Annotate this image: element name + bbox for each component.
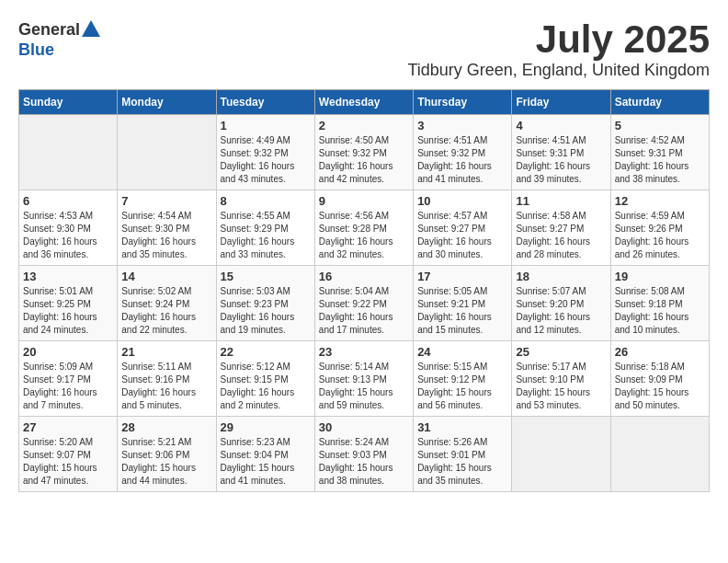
day-info: Sunrise: 5:03 AM Sunset: 9:23 PM Dayligh…: [221, 285, 311, 337]
day-info: Sunrise: 5:04 AM Sunset: 9:22 PM Dayligh…: [319, 285, 409, 337]
day-info: Sunrise: 4:49 AM Sunset: 9:32 PM Dayligh…: [221, 134, 311, 186]
page-header: General Blue July 2025 Tidbury Green, En…: [18, 18, 710, 80]
calendar-cell: 13Sunrise: 5:01 AM Sunset: 9:25 PM Dayli…: [19, 266, 118, 341]
day-number: 15: [221, 270, 311, 283]
calendar-cell: 12Sunrise: 4:59 AM Sunset: 9:26 PM Dayli…: [610, 190, 709, 266]
day-info: Sunrise: 5:07 AM Sunset: 9:20 PM Dayligh…: [516, 285, 606, 337]
day-number: 20: [23, 345, 113, 359]
calendar-cell: 1Sunrise: 4:49 AM Sunset: 9:32 PM Daylig…: [216, 115, 314, 190]
title-area: July 2025 Tidbury Green, England, United…: [407, 18, 710, 80]
calendar-cell: 26Sunrise: 5:18 AM Sunset: 9:09 PM Dayli…: [610, 341, 709, 417]
day-info: Sunrise: 4:51 AM Sunset: 9:31 PM Dayligh…: [516, 134, 606, 186]
calendar-table: SundayMondayTuesdayWednesdayThursdayFrid…: [18, 89, 710, 492]
calendar-cell: 19Sunrise: 5:08 AM Sunset: 9:18 PM Dayli…: [610, 266, 709, 341]
day-number: 3: [417, 119, 507, 132]
weekday-header: Friday: [512, 90, 610, 115]
day-number: 17: [417, 270, 507, 283]
calendar-cell: 8Sunrise: 4:55 AM Sunset: 9:29 PM Daylig…: [216, 190, 314, 266]
day-info: Sunrise: 5:05 AM Sunset: 9:21 PM Dayligh…: [417, 285, 507, 337]
calendar-cell: [118, 115, 216, 190]
calendar-cell: 21Sunrise: 5:11 AM Sunset: 9:16 PM Dayli…: [118, 341, 216, 417]
day-info: Sunrise: 4:54 AM Sunset: 9:30 PM Dayligh…: [121, 210, 211, 261]
day-info: Sunrise: 4:55 AM Sunset: 9:29 PM Dayligh…: [221, 210, 311, 261]
calendar-cell: 28Sunrise: 5:21 AM Sunset: 9:06 PM Dayli…: [118, 417, 216, 492]
day-info: Sunrise: 4:51 AM Sunset: 9:32 PM Dayligh…: [417, 134, 507, 186]
calendar-cell: 16Sunrise: 5:04 AM Sunset: 9:22 PM Dayli…: [314, 266, 413, 341]
weekday-header: Tuesday: [216, 90, 314, 115]
weekday-header: Saturday: [610, 90, 709, 115]
weekday-header: Sunday: [19, 90, 118, 115]
location-title: Tidbury Green, England, United Kingdom: [407, 61, 710, 80]
day-info: Sunrise: 5:02 AM Sunset: 9:24 PM Dayligh…: [121, 285, 211, 337]
day-info: Sunrise: 4:52 AM Sunset: 9:31 PM Dayligh…: [615, 134, 705, 186]
day-number: 26: [615, 345, 705, 359]
day-info: Sunrise: 5:17 AM Sunset: 9:10 PM Dayligh…: [516, 361, 606, 412]
day-info: Sunrise: 5:21 AM Sunset: 9:06 PM Dayligh…: [121, 436, 211, 488]
calendar-cell: 9Sunrise: 4:56 AM Sunset: 9:28 PM Daylig…: [314, 190, 413, 266]
calendar-cell: 15Sunrise: 5:03 AM Sunset: 9:23 PM Dayli…: [216, 266, 314, 341]
day-number: 22: [221, 345, 311, 359]
day-number: 5: [615, 119, 705, 132]
calendar-cell: 29Sunrise: 5:23 AM Sunset: 9:04 PM Dayli…: [216, 417, 314, 492]
day-info: Sunrise: 5:09 AM Sunset: 9:17 PM Dayligh…: [23, 361, 113, 412]
day-info: Sunrise: 5:11 AM Sunset: 9:16 PM Dayligh…: [121, 361, 211, 412]
day-number: 24: [417, 345, 507, 359]
weekday-header: Wednesday: [314, 90, 413, 115]
calendar-cell: 20Sunrise: 5:09 AM Sunset: 9:17 PM Dayli…: [19, 341, 118, 417]
logo-icon: [80, 18, 102, 40]
weekday-header: Thursday: [414, 90, 512, 115]
day-info: Sunrise: 4:53 AM Sunset: 9:30 PM Dayligh…: [23, 210, 113, 261]
day-number: 9: [319, 194, 409, 208]
month-title: July 2025: [407, 18, 710, 61]
calendar-cell: 18Sunrise: 5:07 AM Sunset: 9:20 PM Dayli…: [512, 266, 610, 341]
calendar-cell: 27Sunrise: 5:20 AM Sunset: 9:07 PM Dayli…: [19, 417, 118, 492]
logo-general-text: General: [18, 20, 80, 40]
day-number: 7: [121, 194, 211, 208]
day-number: 28: [121, 420, 211, 434]
logo-blue-text: Blue: [18, 40, 54, 59]
day-info: Sunrise: 5:01 AM Sunset: 9:25 PM Dayligh…: [23, 285, 113, 337]
calendar-cell: 4Sunrise: 4:51 AM Sunset: 9:31 PM Daylig…: [512, 115, 610, 190]
calendar-cell: 23Sunrise: 5:14 AM Sunset: 9:13 PM Dayli…: [314, 341, 413, 417]
day-info: Sunrise: 5:24 AM Sunset: 9:03 PM Dayligh…: [319, 436, 409, 488]
calendar-cell: 5Sunrise: 4:52 AM Sunset: 9:31 PM Daylig…: [610, 115, 709, 190]
day-number: 14: [121, 270, 211, 283]
day-number: 12: [615, 194, 705, 208]
day-info: Sunrise: 4:58 AM Sunset: 9:27 PM Dayligh…: [516, 210, 606, 261]
calendar-cell: 24Sunrise: 5:15 AM Sunset: 9:12 PM Dayli…: [414, 341, 512, 417]
day-number: 29: [221, 420, 311, 434]
day-number: 8: [221, 194, 311, 208]
logo: General Blue: [18, 18, 102, 60]
day-number: 1: [221, 119, 311, 132]
day-number: 25: [516, 345, 606, 359]
day-info: Sunrise: 5:14 AM Sunset: 9:13 PM Dayligh…: [319, 361, 409, 412]
day-info: Sunrise: 4:56 AM Sunset: 9:28 PM Dayligh…: [319, 210, 409, 261]
day-number: 19: [615, 270, 705, 283]
calendar-cell: [512, 417, 610, 492]
day-number: 18: [516, 270, 606, 283]
day-info: Sunrise: 5:20 AM Sunset: 9:07 PM Dayligh…: [23, 436, 113, 488]
day-number: 23: [319, 345, 409, 359]
day-info: Sunrise: 4:50 AM Sunset: 9:32 PM Dayligh…: [319, 134, 409, 186]
calendar-cell: 30Sunrise: 5:24 AM Sunset: 9:03 PM Dayli…: [314, 417, 413, 492]
day-number: 27: [23, 420, 113, 434]
day-number: 13: [23, 270, 113, 283]
calendar-cell: 2Sunrise: 4:50 AM Sunset: 9:32 PM Daylig…: [314, 115, 413, 190]
day-info: Sunrise: 5:18 AM Sunset: 9:09 PM Dayligh…: [615, 361, 705, 412]
day-number: 10: [417, 194, 507, 208]
calendar-cell: 7Sunrise: 4:54 AM Sunset: 9:30 PM Daylig…: [118, 190, 216, 266]
day-info: Sunrise: 5:15 AM Sunset: 9:12 PM Dayligh…: [417, 361, 507, 412]
day-number: 31: [417, 420, 507, 434]
calendar-cell: 22Sunrise: 5:12 AM Sunset: 9:15 PM Dayli…: [216, 341, 314, 417]
calendar-cell: 31Sunrise: 5:26 AM Sunset: 9:01 PM Dayli…: [414, 417, 512, 492]
day-info: Sunrise: 4:57 AM Sunset: 9:27 PM Dayligh…: [417, 210, 507, 261]
calendar-cell: [610, 417, 709, 492]
calendar-cell: 17Sunrise: 5:05 AM Sunset: 9:21 PM Dayli…: [414, 266, 512, 341]
calendar-cell: 14Sunrise: 5:02 AM Sunset: 9:24 PM Dayli…: [118, 266, 216, 341]
day-info: Sunrise: 5:23 AM Sunset: 9:04 PM Dayligh…: [221, 436, 311, 488]
calendar-cell: 11Sunrise: 4:58 AM Sunset: 9:27 PM Dayli…: [512, 190, 610, 266]
calendar-cell: 6Sunrise: 4:53 AM Sunset: 9:30 PM Daylig…: [19, 190, 118, 266]
day-number: 11: [516, 194, 606, 208]
calendar-cell: [19, 115, 118, 190]
day-number: 2: [319, 119, 409, 132]
